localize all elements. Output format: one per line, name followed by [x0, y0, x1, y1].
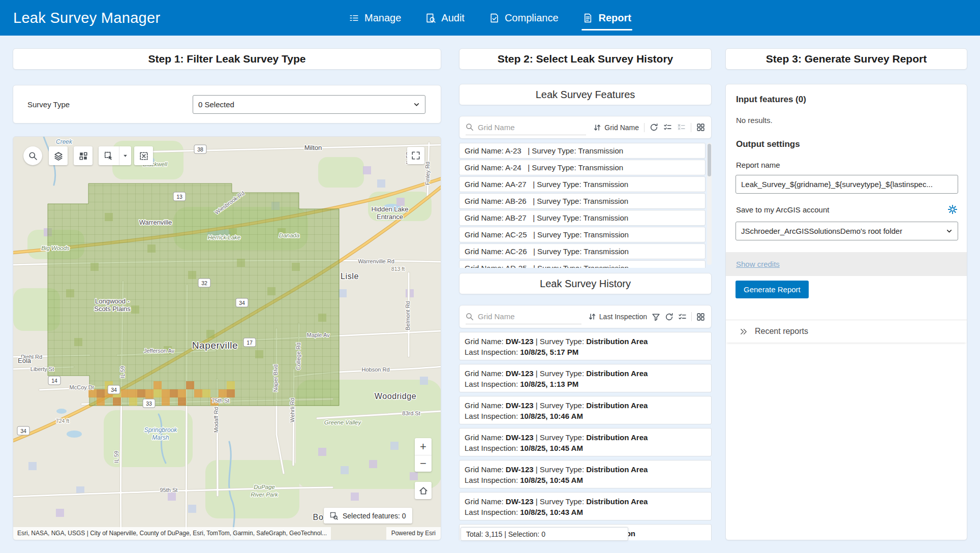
clear-selection-icon[interactable]	[677, 123, 686, 132]
show-credits-link[interactable]: Show credits	[736, 260, 780, 268]
history-rows: Grid Name: DW-123 | Survey Type: Distrib…	[459, 332, 712, 540]
svg-text:13: 13	[176, 194, 182, 200]
map-cell	[129, 389, 137, 397]
map-label: DuPage	[254, 484, 275, 490]
features-sort-label: Grid Name	[604, 124, 639, 132]
history-row[interactable]: Grid Name: DW-123 | Survey Type: Distrib…	[459, 396, 712, 424]
map-search-button[interactable]	[23, 146, 42, 165]
expand-icon	[411, 151, 420, 160]
step1-title-card: Step 1: Filter Leak Survey Type	[13, 48, 441, 70]
map-cell	[188, 505, 196, 513]
history-row[interactable]: Grid Name: DW-123 | Survey Type: Distrib…	[459, 460, 712, 488]
select-all-icon[interactable]	[678, 313, 687, 321]
history-sort-button[interactable]: Last Inspection	[588, 313, 647, 321]
select-rectangle-icon	[99, 146, 119, 165]
history-footer: Total: 3,115 | Selection: 0	[461, 527, 628, 541]
svg-text:34: 34	[20, 428, 26, 434]
svg-text:14: 14	[51, 378, 57, 384]
apps-grid-icon[interactable]	[696, 313, 705, 321]
report-name-input[interactable]	[736, 175, 958, 194]
map-cell	[168, 493, 176, 501]
map-cell	[113, 397, 121, 406]
map-label: Creek	[56, 138, 73, 145]
history-row[interactable]: Grid Name: DW-123 | Survey Type: Distrib…	[459, 364, 712, 392]
map-layers-button[interactable]	[49, 146, 68, 165]
apps-grid-icon[interactable]	[696, 123, 705, 132]
nav-manage[interactable]: Manage	[349, 0, 401, 36]
feature-row[interactable]: Grid Name: AC-26 | Survey Type: Transmis…	[459, 243, 706, 259]
map-cell	[339, 289, 347, 297]
history-row[interactable]: Grid Name: DW-123 | Survey Type: Distrib…	[459, 428, 712, 456]
features-scrollbar[interactable]	[707, 143, 712, 265]
feature-row[interactable]: Grid Name: A-24 | Survey Type: Transmiss…	[459, 160, 706, 175]
select-all-icon[interactable]	[663, 123, 672, 132]
recent-reports-row[interactable]: Recent reports	[726, 320, 967, 343]
map-cell	[363, 166, 371, 174]
features-search[interactable]	[466, 120, 586, 135]
save-account-label: Save to my ArcGIS account	[736, 205, 829, 214]
nav-audit[interactable]: Audit	[425, 0, 465, 36]
feature-row[interactable]: Grid Name: AB-27 | Survey Type: Transmis…	[459, 210, 706, 226]
top-nav: Manage Audit Compliance Report	[349, 0, 631, 36]
history-search-input[interactable]	[478, 312, 581, 321]
map-label: Big Woods	[41, 245, 70, 251]
folder-select[interactable]: JSchroeder_ArcGISSolutionsDemo's root fo…	[736, 222, 958, 240]
map-basemap-button[interactable]	[74, 146, 93, 165]
history-row[interactable]: Grid Name: DW-123 | Survey Type: Distrib…	[459, 492, 712, 520]
zoom-control: + −	[415, 438, 432, 472]
map-label: Hidden Lake	[372, 205, 409, 213]
history-list: Grid Name: DW-123 | Survey Type: Distrib…	[459, 332, 712, 540]
map-cell	[227, 381, 235, 389]
feature-row[interactable]: Grid Name: A-23 | Survey Type: Transmiss…	[459, 143, 706, 159]
route-shield: 13	[173, 192, 186, 201]
zoom-in-button[interactable]: +	[415, 438, 432, 455]
map-cell	[369, 460, 377, 468]
map-clear-selection-button[interactable]	[134, 146, 153, 165]
input-features-label: Input features (0)	[736, 95, 806, 105]
map-cell	[170, 389, 178, 397]
map-label: Greene Valley	[324, 419, 362, 425]
map-label: Scots Plains	[94, 305, 131, 313]
scrollbar-thumb[interactable]	[708, 144, 711, 176]
map-cell	[420, 377, 428, 385]
refresh-icon[interactable]	[650, 123, 658, 132]
map[interactable]: CreekBlackwellMiltonIL 53Finley RdWiesbr…	[13, 136, 441, 540]
feature-row[interactable]: Grid Name: AB-26 | Survey Type: Transmis…	[459, 193, 706, 209]
sort-icon	[593, 124, 601, 132]
nav-compliance[interactable]: Compliance	[489, 0, 559, 36]
step3-title-card: Step 3: Generate Survey Report	[725, 48, 967, 70]
history-row[interactable]: Grid Name: DW-123 | Survey Type: Distrib…	[459, 332, 712, 360]
survey-type-label: Survey Type	[27, 100, 70, 109]
filter-icon[interactable]	[652, 313, 660, 321]
refresh-icon[interactable]	[665, 313, 673, 321]
gear-icon[interactable]	[947, 204, 958, 214]
features-sort-button[interactable]: Grid Name	[593, 124, 639, 132]
map-label: Naperville	[192, 340, 238, 351]
map-expand-button[interactable]	[407, 147, 424, 164]
route-shield: 34	[236, 298, 248, 307]
history-search[interactable]	[466, 309, 581, 324]
features-search-input[interactable]	[478, 123, 586, 132]
survey-type-select[interactable]: 0 Selected	[193, 95, 425, 114]
feature-row[interactable]: Grid Name: AA-27 | Survey Type: Transmis…	[459, 176, 706, 192]
map-home-button[interactable]	[415, 482, 432, 499]
powered-by-esri-link[interactable]: Powered by Esri	[386, 527, 441, 540]
map-cell	[341, 466, 349, 474]
select-tool-caret[interactable]	[119, 146, 131, 165]
zoom-out-button[interactable]: −	[415, 455, 432, 472]
route-shield: 34	[17, 426, 29, 435]
route-shield: 14	[48, 376, 60, 385]
map-cell	[351, 493, 359, 501]
svg-text:17: 17	[247, 340, 253, 346]
map-cell	[90, 263, 99, 271]
feature-row[interactable]: Grid Name: AC-25 | Survey Type: Transmis…	[459, 227, 706, 242]
generate-report-button[interactable]: Generate Report	[736, 281, 809, 298]
report-panel: Input features (0) No results. Output se…	[725, 84, 967, 540]
nav-label: Manage	[364, 12, 401, 24]
svg-text:38: 38	[197, 146, 203, 152]
map-canvas[interactable]: CreekBlackwellMiltonIL 53Finley RdWiesbr…	[13, 137, 441, 540]
map-select-tool[interactable]	[99, 146, 131, 165]
nav-report[interactable]: Report	[583, 0, 631, 36]
chevron-down-icon	[413, 101, 420, 108]
feature-row[interactable]: Grid Name: AD-25 | Survey Type: Transmis…	[459, 260, 706, 268]
